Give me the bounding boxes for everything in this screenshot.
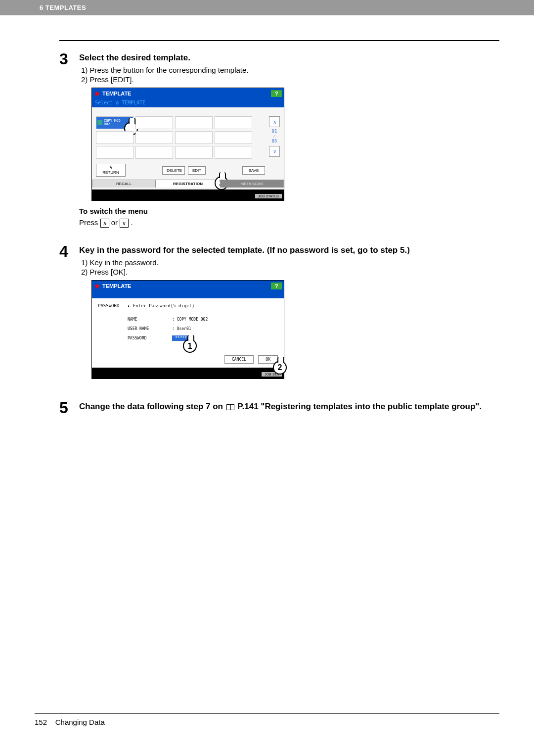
page-content: 3 Select the desired template. 1) Press … <box>0 15 534 416</box>
name-row: NAME : COPY MODE 002 <box>128 317 278 322</box>
page-up-button[interactable]: ∧ <box>269 116 280 127</box>
template-cell-empty[interactable] <box>175 116 213 129</box>
step-number: 4 <box>59 243 74 385</box>
callout-2: 2 <box>273 361 287 375</box>
tab-recall[interactable]: RECALL <box>92 180 156 188</box>
step-3: 3 Select the desired template. 1) Press … <box>59 51 499 229</box>
job-status-bar: JOB STATUS <box>92 189 284 200</box>
step-4: 4 Key in the password for the selected t… <box>59 243 499 385</box>
step-title: Key in the password for the selected tem… <box>79 245 499 255</box>
job-status-button[interactable]: JOB STATUS <box>255 194 282 198</box>
lcd-screenshot-template-select: ★ TEMPLATE ? Select a TEMPLATE COPY MOD … <box>91 88 284 201</box>
page-nav: ∧ 01⁄ 05 ∨ <box>269 116 280 157</box>
step-title: Change the data following step 7 on P.14… <box>79 402 499 412</box>
save-button[interactable]: SAVE <box>242 166 265 175</box>
template-cell-empty[interactable] <box>135 131 173 144</box>
step-sub-1: 1) Press the button for the correspondin… <box>79 66 499 74</box>
username-row: USER NAME : User01 <box>128 327 278 331</box>
copy-icon <box>97 120 102 125</box>
password-header-row: PASSWORD ▸ Enter Password(5-digit) <box>98 303 278 308</box>
tab-row: RECALL REGISTRATION 2 META SCAN <box>92 180 284 188</box>
template-row-3 <box>96 146 265 159</box>
footer-divider <box>35 713 499 714</box>
template-cell-selected[interactable]: COPY MOD 002 1 <box>96 116 134 129</box>
page-indicator: 01⁄ 05 <box>272 129 277 144</box>
template-cell-empty[interactable] <box>135 146 173 159</box>
username-key: USER NAME <box>128 327 172 331</box>
template-row-1: COPY MOD 002 1 <box>96 116 265 129</box>
template-cell-empty[interactable] <box>215 131 252 144</box>
down-arrow-key-icon: ∨ <box>120 219 129 228</box>
password-hint: ▸ Enter Password(5-digit) <box>128 303 194 308</box>
step-sub-1: 1) Key in the password. <box>79 258 499 267</box>
password-button-row: CANCEL OK <box>98 355 278 364</box>
edit-button[interactable]: EDIT <box>188 166 206 175</box>
step-number: 3 <box>59 51 74 229</box>
template-cell-label: COPY MOD 002 <box>104 119 121 126</box>
help-button[interactable]: ? <box>271 283 282 289</box>
template-cell-empty[interactable] <box>215 116 252 129</box>
page-header: 6 TEMPLATES <box>0 0 534 15</box>
lcd-subtitle: Select a TEMPLATE <box>92 99 284 107</box>
template-cell-empty[interactable] <box>175 131 213 144</box>
book-icon <box>226 404 234 410</box>
password-label: PASSWORD <box>98 303 128 308</box>
star-icon: ★ <box>94 90 100 97</box>
username-value: : User01 <box>172 327 191 331</box>
up-arrow-key-icon: ∧ <box>100 219 109 228</box>
password-key: PASSWORD <box>128 336 172 340</box>
lcd-titlebar: ★ TEMPLATE ? <box>92 281 284 291</box>
action-button-row: ↰ RETURN DELETE EDIT SAVE <box>96 164 265 177</box>
tab-registration[interactable]: REGISTRATION 2 <box>156 180 220 188</box>
password-row: PASSWORD ***** 1 <box>128 336 278 340</box>
step-body: Key in the password for the selected tem… <box>74 243 499 385</box>
lcd-screenshot-password: ★ TEMPLATE ? PASSWORD ▸ Enter Password(5… <box>91 280 284 379</box>
return-button[interactable]: ↰ RETURN <box>96 164 126 177</box>
page-number: 152 <box>35 718 47 726</box>
page-down-button[interactable]: ∨ <box>269 146 280 157</box>
chapter-label: 6 TEMPLATES <box>40 4 86 11</box>
step-sub-2: 2) Press [EDIT]. <box>79 75 499 84</box>
job-status-bar: JOB STA 2 <box>92 368 284 378</box>
template-cell-empty[interactable] <box>135 116 173 129</box>
tab-meta-scan[interactable]: META SCAN <box>220 180 284 188</box>
help-button[interactable]: ? <box>271 90 282 97</box>
lcd-title: TEMPLATE <box>102 283 131 289</box>
lcd-body: COPY MOD 002 1 <box>92 107 284 189</box>
step-title: Select the desired template. <box>79 53 499 63</box>
switch-menu-title: To switch the menu <box>79 207 499 215</box>
lcd-title: TEMPLATE <box>102 91 131 96</box>
step-number: 5 <box>59 400 74 416</box>
template-cell-empty[interactable] <box>175 146 213 159</box>
password-grid: NAME : COPY MODE 002 USER NAME : User01 … <box>128 317 278 340</box>
section-name: Changing Data <box>55 718 105 726</box>
lcd-subbar <box>92 291 284 298</box>
template-cell-empty[interactable] <box>96 131 134 144</box>
star-icon: ★ <box>94 282 100 290</box>
template-row-2 <box>96 131 265 144</box>
top-divider <box>59 40 499 41</box>
name-value: : COPY MODE 002 <box>172 317 208 322</box>
template-cell-empty[interactable] <box>96 146 134 159</box>
step-5: 5 Change the data following step 7 on P.… <box>59 400 499 416</box>
template-cell-empty[interactable] <box>215 146 252 159</box>
callout-1: 1 <box>183 339 197 353</box>
delete-button[interactable]: DELETE <box>162 166 185 175</box>
lcd-titlebar: ★ TEMPLATE ? <box>92 88 284 99</box>
cancel-button[interactable]: CANCEL <box>224 355 254 364</box>
footer-text: 152 Changing Data <box>35 718 499 726</box>
page-footer: 152 Changing Data <box>35 713 499 726</box>
name-key: NAME <box>128 317 172 322</box>
step-body: Change the data following step 7 on P.14… <box>74 400 499 416</box>
lcd-body: PASSWORD ▸ Enter Password(5-digit) NAME … <box>92 298 284 368</box>
password-value: ***** 1 <box>172 336 190 340</box>
step-sub-2: 2) Press [OK]. <box>79 268 499 276</box>
switch-menu-body: Press ∧ or ∨ . <box>79 218 499 228</box>
step-body: Select the desired template. 1) Press th… <box>74 51 499 229</box>
